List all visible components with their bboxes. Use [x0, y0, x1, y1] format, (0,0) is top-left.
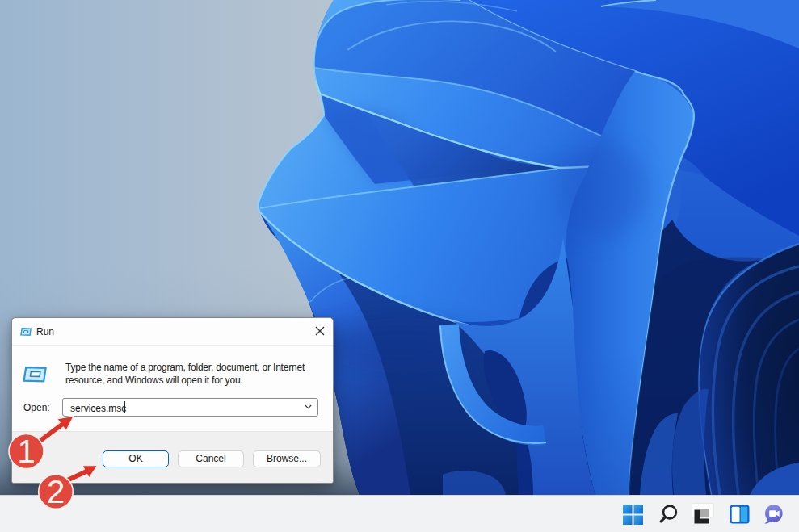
- svg-text:1: 1: [17, 434, 35, 469]
- svg-text:2: 2: [47, 474, 65, 509]
